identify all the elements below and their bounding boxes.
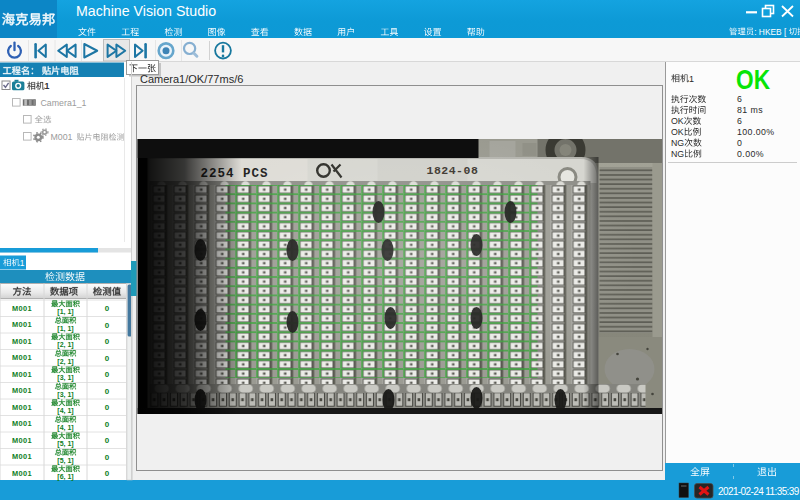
svg-text:0: 0 [105,370,110,379]
svg-text:M001: M001 [12,337,32,346]
svg-text:[5, 1]: [5, 1] [57,457,73,465]
svg-text:0: 0 [737,138,742,148]
svg-text:6: 6 [737,116,742,126]
svg-text:M001: M001 [12,304,32,313]
svg-text:0: 0 [105,469,110,478]
svg-text:0.00%: 0.00% [737,149,764,159]
svg-text:M001: M001 [12,386,32,395]
svg-text:OK: OK [671,127,684,137]
svg-text:0: 0 [105,321,110,330]
svg-text:0: 0 [105,453,110,462]
svg-text:1: 1 [45,81,50,91]
svg-text:[4, 1]: [4, 1] [57,424,73,432]
svg-text:0: 0 [105,354,110,363]
svg-text:[1, 1]: [1, 1] [57,325,73,333]
svg-text:: HKEB [: : HKEB [ [754,27,787,37]
svg-text:M001: M001 [12,436,32,445]
svg-text:81 ms: 81 ms [737,105,763,115]
svg-text:[3, 1]: [3, 1] [57,391,73,399]
svg-text:Camera1/OK/77ms/6: Camera1/OK/77ms/6 [140,73,243,85]
svg-text:Camera1_1: Camera1_1 [41,98,87,108]
svg-text:OK: OK [736,63,770,95]
svg-text:[1, 1]: [1, 1] [57,308,73,316]
svg-text:1: 1 [20,258,25,268]
svg-text:M001: M001 [51,132,73,142]
svg-text:[3, 1]: [3, 1] [57,374,73,382]
svg-text:1: 1 [689,74,694,84]
svg-text:0: 0 [105,337,110,346]
svg-text:0: 0 [105,403,110,412]
svg-text:[2, 1]: [2, 1] [57,341,73,349]
svg-text:OK: OK [671,116,684,126]
svg-text:100.00%: 100.00% [737,127,775,137]
svg-text:NG: NG [671,149,684,159]
svg-text:NG: NG [671,138,684,148]
svg-text:0: 0 [105,436,110,445]
svg-text:M001: M001 [12,370,32,379]
svg-text:[4, 1]: [4, 1] [57,407,73,415]
svg-text:[6, 1]: [6, 1] [57,473,73,481]
svg-text:2021-02-24 11:35:39: 2021-02-24 11:35:39 [718,486,800,497]
svg-text:M001: M001 [12,320,32,329]
svg-text:0: 0 [105,387,110,396]
svg-text:M001: M001 [12,403,32,412]
svg-text:M001: M001 [12,469,32,478]
svg-text:6: 6 [737,94,742,104]
svg-text:0: 0 [105,304,110,313]
svg-text:Machine Vision Studio: Machine Vision Studio [76,3,216,19]
svg-text:M001: M001 [12,353,32,362]
svg-text:[5, 1]: [5, 1] [57,440,73,448]
svg-text:0: 0 [105,420,110,429]
svg-text:[2, 1]: [2, 1] [57,358,73,366]
svg-text:M001: M001 [12,452,32,461]
svg-text:M001: M001 [12,419,32,428]
